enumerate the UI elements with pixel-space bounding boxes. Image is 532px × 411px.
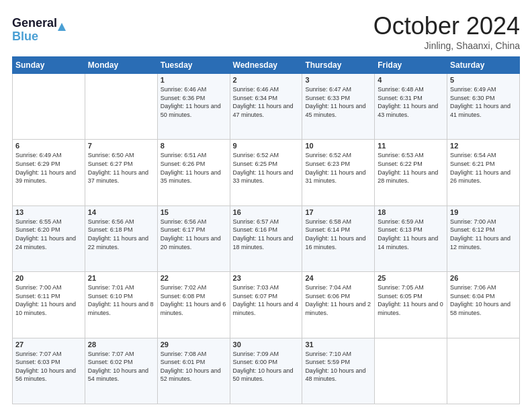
month-title: October 2024 [373,12,520,40]
day-cell: 30Sunrise: 7:09 AM Sunset: 6:00 PM Dayli… [230,338,302,404]
day-number: 3 [305,76,371,84]
day-detail: Sunrise: 7:07 AM Sunset: 6:03 PM Dayligh… [15,350,82,383]
day-number: 2 [233,76,300,84]
day-number: 7 [88,142,154,150]
week-row-5: 27Sunrise: 7:07 AM Sunset: 6:03 PM Dayli… [13,338,520,404]
day-number: 27 [15,340,82,349]
day-cell: 17Sunrise: 6:58 AM Sunset: 6:14 PM Dayli… [302,205,375,271]
location: Jinling, Shaanxi, China [373,40,520,51]
day-number: 19 [450,208,517,216]
day-cell: 27Sunrise: 7:07 AM Sunset: 6:03 PM Dayli… [13,338,85,404]
day-cell: 22Sunrise: 7:02 AM Sunset: 6:08 PM Dayli… [157,272,230,338]
day-cell: 18Sunrise: 6:59 AM Sunset: 6:13 PM Dayli… [375,205,447,271]
day-number: 1 [161,76,227,84]
logo: General Blue [12,12,73,46]
day-cell: 15Sunrise: 6:56 AM Sunset: 6:17 PM Dayli… [157,205,230,271]
day-cell: 1Sunrise: 6:46 AM Sunset: 6:36 PM Daylig… [157,74,230,140]
day-detail: Sunrise: 6:56 AM Sunset: 6:17 PM Dayligh… [161,218,227,251]
day-number: 21 [88,274,154,282]
day-cell: 23Sunrise: 7:03 AM Sunset: 6:07 PM Dayli… [230,272,302,338]
day-number: 15 [161,208,227,216]
week-row-4: 20Sunrise: 7:00 AM Sunset: 6:11 PM Dayli… [13,272,520,338]
svg-marker-2 [58,23,66,31]
day-cell: 24Sunrise: 7:04 AM Sunset: 6:06 PM Dayli… [302,272,375,338]
day-detail: Sunrise: 7:02 AM Sunset: 6:08 PM Dayligh… [161,283,227,317]
day-cell: 31Sunrise: 7:10 AM Sunset: 5:59 PM Dayli… [302,338,375,404]
day-detail: Sunrise: 6:46 AM Sunset: 6:34 PM Dayligh… [233,85,300,119]
header-monday: Monday [85,57,157,74]
day-detail: Sunrise: 7:01 AM Sunset: 6:10 PM Dayligh… [88,283,154,317]
day-number: 20 [15,274,82,282]
day-number: 17 [305,208,371,216]
day-cell: 4Sunrise: 6:48 AM Sunset: 6:31 PM Daylig… [375,74,447,140]
day-number: 12 [450,142,517,150]
day-cell: 16Sunrise: 6:57 AM Sunset: 6:16 PM Dayli… [230,205,302,271]
day-number: 23 [233,274,300,282]
day-cell: 7Sunrise: 6:50 AM Sunset: 6:27 PM Daylig… [85,140,157,205]
week-row-1: 1Sunrise: 6:46 AM Sunset: 6:36 PM Daylig… [13,74,520,140]
header-wednesday: Wednesday [230,57,302,74]
title-area: October 2024 Jinling, Shaanxi, China [373,12,520,51]
day-cell [85,74,157,140]
svg-text:Blue: Blue [12,30,38,43]
day-detail: Sunrise: 6:55 AM Sunset: 6:20 PM Dayligh… [15,218,82,251]
day-detail: Sunrise: 6:50 AM Sunset: 6:27 PM Dayligh… [88,151,154,185]
day-number: 16 [233,208,300,216]
day-number: 31 [305,340,371,349]
page: General Blue October 2024 Jinling, Shaan… [0,0,532,411]
day-number: 13 [15,208,82,216]
header-saturday: Saturday [447,57,520,74]
header: General Blue October 2024 Jinling, Shaan… [12,12,520,51]
header-sunday: Sunday [13,57,85,74]
calendar-body: 1Sunrise: 6:46 AM Sunset: 6:36 PM Daylig… [13,74,520,404]
weekday-header-row: Sunday Monday Tuesday Wednesday Thursday… [13,57,520,74]
week-row-2: 6Sunrise: 6:49 AM Sunset: 6:29 PM Daylig… [13,140,520,205]
day-number: 10 [305,142,371,150]
day-number: 24 [305,274,371,282]
day-number: 9 [233,142,300,150]
day-detail: Sunrise: 6:52 AM Sunset: 6:25 PM Dayligh… [233,151,300,185]
day-detail: Sunrise: 7:03 AM Sunset: 6:07 PM Dayligh… [233,283,300,317]
day-cell [375,338,447,404]
day-number: 30 [233,340,300,349]
day-detail: Sunrise: 6:49 AM Sunset: 6:29 PM Dayligh… [15,151,82,185]
day-detail: Sunrise: 7:09 AM Sunset: 6:00 PM Dayligh… [233,350,300,383]
day-cell: 3Sunrise: 6:47 AM Sunset: 6:33 PM Daylig… [302,74,375,140]
day-number: 5 [450,76,517,84]
week-row-3: 13Sunrise: 6:55 AM Sunset: 6:20 PM Dayli… [13,205,520,271]
day-detail: Sunrise: 7:00 AM Sunset: 6:12 PM Dayligh… [450,218,517,251]
day-number: 14 [88,208,154,216]
day-detail: Sunrise: 7:08 AM Sunset: 6:01 PM Dayligh… [161,350,227,383]
day-detail: Sunrise: 7:00 AM Sunset: 6:11 PM Dayligh… [15,283,82,317]
day-cell: 19Sunrise: 7:00 AM Sunset: 6:12 PM Dayli… [447,205,520,271]
calendar-table: Sunday Monday Tuesday Wednesday Thursday… [12,56,520,404]
day-number: 22 [161,274,227,282]
day-detail: Sunrise: 7:07 AM Sunset: 6:02 PM Dayligh… [88,350,154,383]
day-cell: 9Sunrise: 6:52 AM Sunset: 6:25 PM Daylig… [230,140,302,205]
day-cell: 29Sunrise: 7:08 AM Sunset: 6:01 PM Dayli… [157,338,230,404]
header-tuesday: Tuesday [157,57,230,74]
day-number: 6 [15,142,82,150]
day-detail: Sunrise: 6:46 AM Sunset: 6:36 PM Dayligh… [161,85,227,119]
day-detail: Sunrise: 6:53 AM Sunset: 6:22 PM Dayligh… [378,151,444,185]
day-detail: Sunrise: 7:06 AM Sunset: 6:04 PM Dayligh… [450,283,517,317]
day-detail: Sunrise: 7:04 AM Sunset: 6:06 PM Dayligh… [305,283,371,317]
header-thursday: Thursday [302,57,375,74]
day-cell: 20Sunrise: 7:00 AM Sunset: 6:11 PM Dayli… [13,272,85,338]
day-detail: Sunrise: 6:47 AM Sunset: 6:33 PM Dayligh… [305,85,371,119]
day-detail: Sunrise: 6:49 AM Sunset: 6:30 PM Dayligh… [450,85,517,119]
day-number: 8 [161,142,227,150]
day-cell: 28Sunrise: 7:07 AM Sunset: 6:02 PM Dayli… [85,338,157,404]
day-detail: Sunrise: 6:51 AM Sunset: 6:26 PM Dayligh… [161,151,227,185]
day-detail: Sunrise: 6:54 AM Sunset: 6:21 PM Dayligh… [450,151,517,185]
day-detail: Sunrise: 6:57 AM Sunset: 6:16 PM Dayligh… [233,218,300,251]
day-cell: 6Sunrise: 6:49 AM Sunset: 6:29 PM Daylig… [13,140,85,205]
day-cell: 11Sunrise: 6:53 AM Sunset: 6:22 PM Dayli… [375,140,447,205]
day-cell: 5Sunrise: 6:49 AM Sunset: 6:30 PM Daylig… [447,74,520,140]
day-detail: Sunrise: 6:59 AM Sunset: 6:13 PM Dayligh… [378,218,444,251]
day-cell: 8Sunrise: 6:51 AM Sunset: 6:26 PM Daylig… [157,140,230,205]
day-number: 26 [450,274,517,282]
day-detail: Sunrise: 6:58 AM Sunset: 6:14 PM Dayligh… [305,218,371,251]
day-cell [13,74,85,140]
day-detail: Sunrise: 7:10 AM Sunset: 5:59 PM Dayligh… [305,350,371,383]
